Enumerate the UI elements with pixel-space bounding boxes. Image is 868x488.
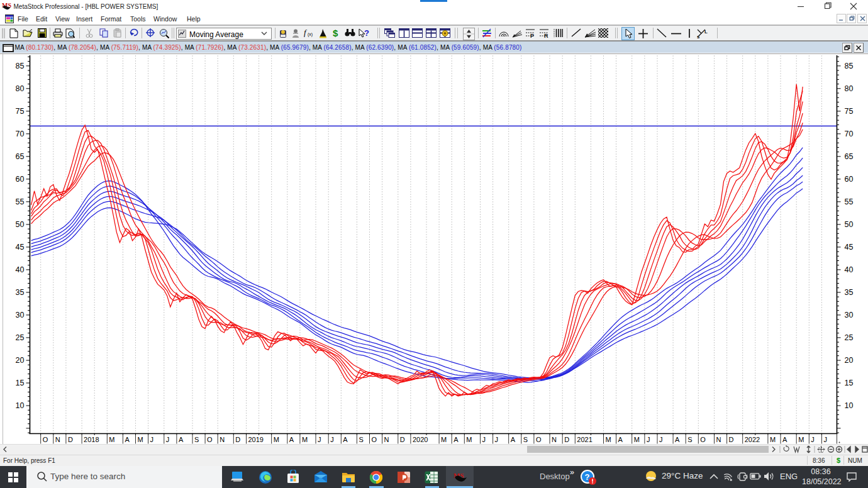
svg-text:L: L xyxy=(704,29,708,35)
svg-text:2022: 2022 xyxy=(745,436,760,443)
svg-text:65: 65 xyxy=(16,152,25,161)
svg-text:S: S xyxy=(523,436,528,443)
svg-text:40: 40 xyxy=(16,265,25,274)
svg-text:20: 20 xyxy=(845,356,854,365)
svg-text:2019: 2019 xyxy=(248,436,264,443)
svg-text:O: O xyxy=(207,436,213,443)
svg-text:30: 30 xyxy=(845,311,854,319)
svg-text:J: J xyxy=(495,436,499,443)
svg-text:15: 15 xyxy=(845,379,854,387)
svg-text:10: 10 xyxy=(845,401,854,410)
svg-text:A: A xyxy=(343,436,348,443)
svg-text:J: J xyxy=(811,436,815,443)
svg-text:50: 50 xyxy=(16,220,25,229)
svg-text:D: D xyxy=(400,436,405,443)
svg-text:N: N xyxy=(552,436,557,443)
svg-text:$: $ xyxy=(333,28,338,38)
svg-text:N: N xyxy=(716,436,721,443)
svg-text:J: J xyxy=(647,436,650,443)
svg-text:2020: 2020 xyxy=(413,436,428,443)
svg-text:s: s xyxy=(697,34,700,39)
svg-text:M: M xyxy=(606,436,611,443)
svg-text:(x): (x) xyxy=(308,32,313,37)
svg-text:85: 85 xyxy=(16,62,25,70)
svg-text:?: ? xyxy=(364,28,369,38)
svg-text:M: M xyxy=(302,436,308,443)
svg-text:M: M xyxy=(770,436,776,443)
svg-text:30: 30 xyxy=(16,311,25,319)
svg-text:A: A xyxy=(179,436,184,443)
svg-text:N: N xyxy=(220,436,225,443)
svg-text:35: 35 xyxy=(16,288,25,297)
svg-text:J: J xyxy=(166,436,170,443)
svg-text:R: R xyxy=(544,33,548,38)
svg-text:25: 25 xyxy=(845,333,854,342)
svg-text:A: A xyxy=(289,436,294,443)
svg-text:A: A xyxy=(675,436,680,443)
svg-text:A: A xyxy=(511,436,516,443)
svg-text:M: M xyxy=(798,436,804,443)
svg-text:15: 15 xyxy=(16,379,25,387)
svg-text:M: M xyxy=(274,436,279,443)
svg-text:A: A xyxy=(782,436,787,443)
svg-text:O: O xyxy=(536,436,542,443)
svg-text:S: S xyxy=(194,436,199,443)
svg-text:A: A xyxy=(618,436,623,443)
svg-text:O: O xyxy=(372,436,377,443)
svg-text:D: D xyxy=(729,436,734,443)
svg-text:35: 35 xyxy=(845,288,854,297)
svg-text:S: S xyxy=(359,436,363,443)
svg-text:45: 45 xyxy=(16,243,25,252)
svg-text:O: O xyxy=(700,436,706,443)
svg-text:O: O xyxy=(43,436,48,443)
svg-text:50: 50 xyxy=(845,220,854,229)
svg-text:40: 40 xyxy=(845,265,854,274)
svg-text:75: 75 xyxy=(16,107,25,116)
svg-text:M: M xyxy=(109,436,114,443)
svg-text:20: 20 xyxy=(16,356,25,365)
svg-text:M: M xyxy=(634,436,640,443)
svg-text:2018: 2018 xyxy=(84,436,99,443)
svg-text:60: 60 xyxy=(845,175,854,184)
svg-text:45: 45 xyxy=(845,243,854,252)
svg-text:P: P xyxy=(530,33,534,38)
svg-text:70: 70 xyxy=(845,130,854,138)
svg-text:J: J xyxy=(318,436,321,443)
svg-text:A: A xyxy=(125,436,130,443)
svg-text:J: J xyxy=(482,436,486,443)
svg-text:2021: 2021 xyxy=(577,436,592,443)
svg-text:J: J xyxy=(330,436,334,443)
svg-text:D: D xyxy=(68,436,73,443)
svg-text:55: 55 xyxy=(845,197,854,206)
svg-text:D: D xyxy=(235,436,240,443)
svg-text:J: J xyxy=(150,436,154,443)
svg-text:80: 80 xyxy=(845,84,854,93)
svg-text:65: 65 xyxy=(845,152,854,161)
svg-text:D: D xyxy=(564,436,569,443)
svg-text:J: J xyxy=(659,436,663,443)
svg-text:S: S xyxy=(687,436,692,443)
svg-text:55: 55 xyxy=(16,197,25,206)
svg-text:N: N xyxy=(384,436,389,443)
svg-text:80: 80 xyxy=(16,84,25,93)
svg-text:N: N xyxy=(55,436,60,443)
svg-text:M: M xyxy=(138,436,143,443)
svg-text:60: 60 xyxy=(16,175,25,184)
svg-text:J: J xyxy=(823,436,827,443)
svg-text:85: 85 xyxy=(845,62,854,70)
svg-text:75: 75 xyxy=(845,107,854,116)
svg-text:M: M xyxy=(441,436,447,443)
svg-text:70: 70 xyxy=(16,130,25,138)
svg-text:25: 25 xyxy=(16,333,25,342)
svg-text:A: A xyxy=(453,436,459,443)
svg-text:10: 10 xyxy=(16,401,25,410)
svg-text:M: M xyxy=(466,436,472,443)
